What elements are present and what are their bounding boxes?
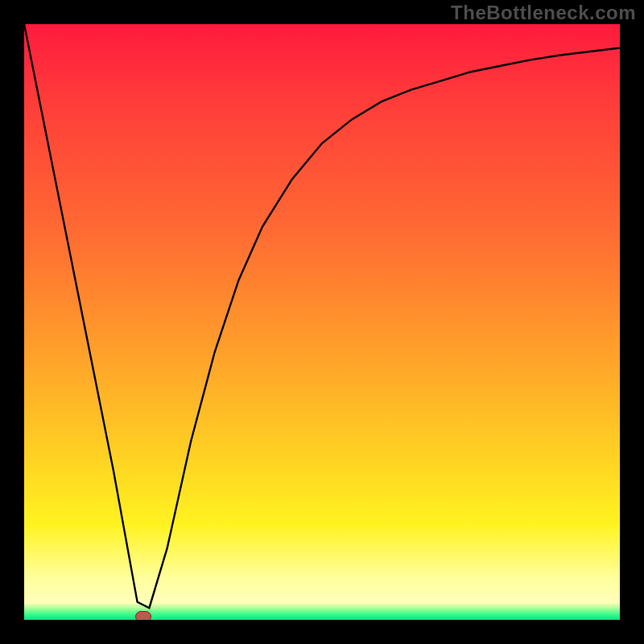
chart-frame: TheBottleneck.com [0, 0, 644, 644]
bottleneck-curve [24, 24, 620, 608]
plot-area [24, 24, 620, 620]
curve-svg [24, 24, 620, 620]
watermark-label: TheBottleneck.com [451, 2, 636, 24]
optimum-marker [135, 611, 151, 620]
